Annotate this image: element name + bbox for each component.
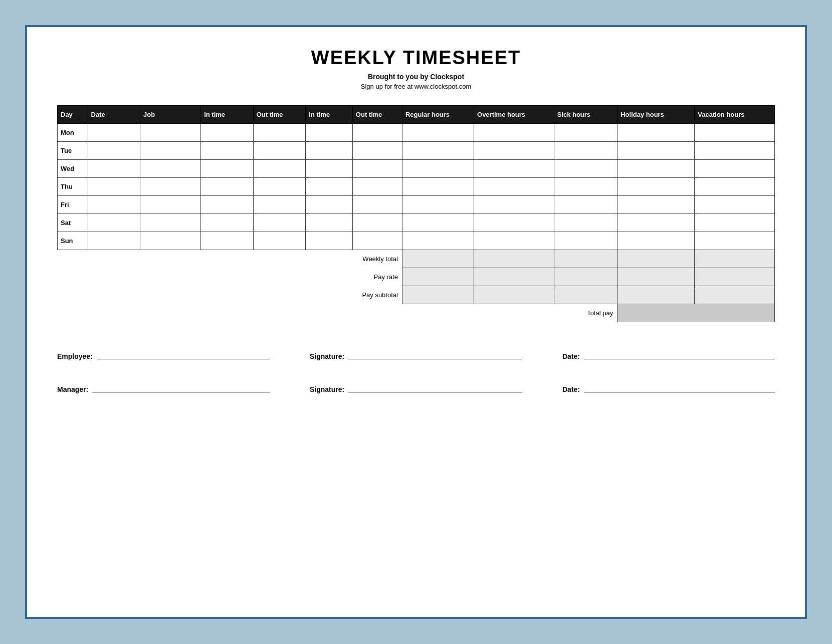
- employee-line[interactable]: [97, 359, 270, 359]
- job-thu[interactable]: [140, 178, 201, 196]
- out2-sat[interactable]: [352, 214, 402, 232]
- holiday-wed[interactable]: [617, 160, 695, 178]
- date-tue[interactable]: [88, 142, 140, 160]
- in2-tue[interactable]: [306, 142, 353, 160]
- reg-wed[interactable]: [402, 160, 474, 178]
- ot-sun[interactable]: [474, 232, 554, 250]
- pay-subtotal-ot[interactable]: [474, 286, 554, 304]
- sick-sun[interactable]: [554, 232, 617, 250]
- weekly-total-vacation[interactable]: [695, 250, 775, 268]
- pay-subtotal-holiday[interactable]: [617, 286, 695, 304]
- ot-thu[interactable]: [474, 178, 554, 196]
- holiday-tue[interactable]: [617, 142, 695, 160]
- sick-wed[interactable]: [554, 160, 617, 178]
- in1-wed[interactable]: [201, 160, 254, 178]
- in1-thu[interactable]: [201, 178, 254, 196]
- pay-subtotal-sick[interactable]: [554, 286, 617, 304]
- total-pay-row: Total pay: [58, 304, 775, 322]
- reg-tue[interactable]: [402, 142, 474, 160]
- date-sun[interactable]: [88, 232, 140, 250]
- pay-rate-ot[interactable]: [474, 268, 554, 286]
- weekly-total-ot[interactable]: [474, 250, 554, 268]
- ot-wed[interactable]: [474, 160, 554, 178]
- vacation-sat[interactable]: [695, 214, 775, 232]
- weekly-total-sick[interactable]: [554, 250, 617, 268]
- out1-mon[interactable]: [253, 124, 306, 142]
- in1-tue[interactable]: [201, 142, 254, 160]
- job-tue[interactable]: [140, 142, 201, 160]
- in2-thu[interactable]: [306, 178, 353, 196]
- reg-mon[interactable]: [402, 124, 474, 142]
- holiday-mon[interactable]: [617, 124, 695, 142]
- ot-mon[interactable]: [474, 124, 554, 142]
- out2-sun[interactable]: [352, 232, 402, 250]
- manager-date-line[interactable]: [584, 392, 775, 392]
- pay-rate-vacation[interactable]: [695, 268, 775, 286]
- pay-rate-sick[interactable]: [554, 268, 617, 286]
- in1-sat[interactable]: [201, 214, 254, 232]
- date-sat[interactable]: [88, 214, 140, 232]
- pay-subtotal-vacation[interactable]: [695, 286, 775, 304]
- sick-thu[interactable]: [554, 178, 617, 196]
- total-pay-value[interactable]: [617, 304, 775, 322]
- sick-sat[interactable]: [554, 214, 617, 232]
- vacation-sun[interactable]: [695, 232, 775, 250]
- sick-mon[interactable]: [554, 124, 617, 142]
- out1-sat[interactable]: [253, 214, 306, 232]
- out1-tue[interactable]: [253, 142, 306, 160]
- out1-fri[interactable]: [253, 196, 306, 214]
- vacation-fri[interactable]: [695, 196, 775, 214]
- out2-wed[interactable]: [352, 160, 402, 178]
- job-fri[interactable]: [140, 196, 201, 214]
- pay-subtotal-reg[interactable]: [402, 286, 474, 304]
- out1-wed[interactable]: [253, 160, 306, 178]
- ot-fri[interactable]: [474, 196, 554, 214]
- out1-thu[interactable]: [253, 178, 306, 196]
- in2-fri[interactable]: [306, 196, 353, 214]
- reg-sat[interactable]: [402, 214, 474, 232]
- job-sat[interactable]: [140, 214, 201, 232]
- reg-sun[interactable]: [402, 232, 474, 250]
- in2-mon[interactable]: [306, 124, 353, 142]
- date-thu[interactable]: [88, 178, 140, 196]
- manager-signature-line[interactable]: [348, 392, 522, 392]
- in1-sun[interactable]: [201, 232, 254, 250]
- ot-sat[interactable]: [474, 214, 554, 232]
- out2-fri[interactable]: [352, 196, 402, 214]
- employee-signature-line[interactable]: [348, 359, 522, 359]
- holiday-sun[interactable]: [617, 232, 695, 250]
- out2-tue[interactable]: [352, 142, 402, 160]
- in2-wed[interactable]: [306, 160, 353, 178]
- job-mon[interactable]: [140, 124, 201, 142]
- employee-date-line[interactable]: [584, 359, 775, 359]
- vacation-mon[interactable]: [695, 124, 775, 142]
- date-fri[interactable]: [88, 196, 140, 214]
- in2-sun[interactable]: [306, 232, 353, 250]
- in2-sat[interactable]: [306, 214, 353, 232]
- in1-mon[interactable]: [201, 124, 254, 142]
- out2-mon[interactable]: [352, 124, 402, 142]
- job-wed[interactable]: [140, 160, 201, 178]
- weekly-total-reg[interactable]: [402, 250, 474, 268]
- date-mon[interactable]: [88, 124, 140, 142]
- manager-line[interactable]: [92, 392, 270, 392]
- pay-rate-reg[interactable]: [402, 268, 474, 286]
- holiday-thu[interactable]: [617, 178, 695, 196]
- pay-rate-holiday[interactable]: [617, 268, 695, 286]
- reg-fri[interactable]: [402, 196, 474, 214]
- reg-thu[interactable]: [402, 178, 474, 196]
- holiday-sat[interactable]: [617, 214, 695, 232]
- sick-tue[interactable]: [554, 142, 617, 160]
- vacation-wed[interactable]: [695, 160, 775, 178]
- date-wed[interactable]: [88, 160, 140, 178]
- vacation-tue[interactable]: [695, 142, 775, 160]
- out1-sun[interactable]: [253, 232, 306, 250]
- holiday-fri[interactable]: [617, 196, 695, 214]
- sick-fri[interactable]: [554, 196, 617, 214]
- out2-thu[interactable]: [352, 178, 402, 196]
- vacation-thu[interactable]: [695, 178, 775, 196]
- ot-tue[interactable]: [474, 142, 554, 160]
- weekly-total-holiday[interactable]: [617, 250, 695, 268]
- in1-fri[interactable]: [201, 196, 254, 214]
- job-sun[interactable]: [140, 232, 201, 250]
